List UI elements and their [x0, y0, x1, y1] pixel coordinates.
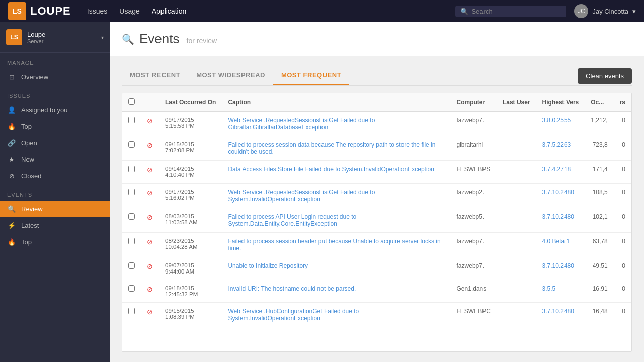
sidebar: LS Loupe Server ▾ MANAGE ⊡ Overview ISSU…: [0, 22, 110, 362]
tab-most-frequent[interactable]: MOST FREQUENT: [273, 66, 349, 85]
caption-link[interactable]: Failed to process session header put bec…: [228, 238, 440, 252]
version-link[interactable]: 3.7.10.2480: [542, 189, 574, 196]
version-link[interactable]: 3.7.5.2263: [542, 141, 571, 148]
caption-link[interactable]: Data Access Files.Store File Failed due …: [228, 166, 434, 173]
tab-most-widespread[interactable]: MOST WIDESPREAD: [188, 66, 273, 85]
tabs-bar: MOST RECENT MOST WIDESPREAD MOST FREQUEN…: [122, 66, 632, 86]
row-error-cell: ⊘: [141, 303, 159, 327]
row-computer: FESWEBPS: [451, 161, 497, 184]
search-input[interactable]: [471, 8, 561, 15]
tab-most-recent[interactable]: MOST RECENT: [122, 66, 188, 85]
caption-link[interactable]: Web Service .RequestedSessionsListGet Fa…: [228, 117, 375, 131]
user-menu[interactable]: JC Jay Cincotta ▾: [574, 4, 636, 18]
col-rs: rs: [614, 93, 631, 112]
row-checkbox[interactable]: [128, 189, 135, 195]
sidebar-item-open[interactable]: 🔗 Open: [0, 135, 110, 151]
row-rs: 0: [614, 257, 631, 280]
row-checkbox[interactable]: [128, 285, 135, 292]
col-caption: Caption: [222, 93, 450, 112]
top-nav: LS LOUPE Issues Usage Application 🔍 JC J…: [0, 0, 644, 22]
caption-link[interactable]: Invalid URI: The hostname could not be p…: [228, 285, 356, 292]
sidebar-item-top-issues[interactable]: 🔥 Top: [0, 118, 110, 135]
page-subtitle: for review: [187, 37, 217, 45]
events-table-container[interactable]: Last Occurred On Caption Computer Last U…: [122, 93, 632, 352]
search-icon: 🔍: [460, 8, 468, 15]
version-link[interactable]: 3.8.0.2555: [542, 117, 571, 124]
row-checkbox[interactable]: [128, 117, 135, 123]
logo[interactable]: LS LOUPE: [8, 2, 71, 20]
version-link[interactable]: 3.7.4.2718: [542, 166, 571, 173]
sidebar-item-assigned[interactable]: 👤 Assigned to you: [0, 102, 110, 118]
link-icon: 🔗: [7, 139, 16, 147]
table-row: ⊘ 09/17/20155:15:53 PM Web Service .Requ…: [122, 112, 631, 136]
main-body: MOST RECENT MOST WIDESPREAD MOST FREQUEN…: [110, 56, 644, 362]
row-checkbox[interactable]: [128, 262, 135, 269]
caption-link[interactable]: Unable to Initialize Repository: [228, 262, 308, 269]
version-link[interactable]: 3.5.5: [542, 285, 556, 292]
row-checkbox[interactable]: [128, 213, 135, 220]
row-checkbox[interactable]: [128, 166, 135, 172]
row-error-cell: ⊘: [141, 161, 159, 184]
flame-icon: 🔥: [7, 123, 16, 130]
row-rs: 0: [614, 233, 631, 257]
table-row: ⊘ 09/17/20155:16:02 PM Web Service .Requ…: [122, 184, 631, 208]
sidebar-item-review[interactable]: 🔍 Review: [0, 201, 110, 217]
row-checkbox-cell: [122, 184, 141, 208]
nav-usage[interactable]: Usage: [118, 5, 140, 17]
row-occ: 16,48: [585, 303, 613, 327]
version-link[interactable]: 4.0 Beta 1: [542, 238, 570, 245]
caption-link[interactable]: Web Service .RequestedSessionsListGet Fa…: [228, 189, 375, 203]
row-user: [497, 184, 536, 208]
nav-application[interactable]: Application: [151, 5, 188, 17]
events-table: Last Occurred On Caption Computer Last U…: [122, 93, 631, 327]
error-icon: ⊘: [147, 238, 153, 246]
row-user: [497, 303, 536, 327]
col-lastuser: Last User: [497, 93, 536, 112]
version-link[interactable]: 3.7.10.2480: [542, 213, 574, 220]
sidebar-item-latest[interactable]: ⚡ Latest: [0, 217, 110, 234]
row-user: [497, 233, 536, 257]
col-version: Highest Vers: [536, 93, 585, 112]
lightning-icon: ⚡: [7, 222, 16, 229]
search-icon: 🔍: [122, 33, 134, 45]
row-version: 4.0 Beta 1: [536, 233, 585, 257]
sidebar-item-top-events[interactable]: 🔥 Top: [0, 234, 110, 250]
caption-link[interactable]: Web Service .HubConfigurationGet Failed …: [228, 308, 359, 322]
row-computer: fazwebp5.: [451, 208, 497, 233]
person-icon: 👤: [7, 106, 16, 114]
row-caption: Web Service .RequestedSessionsListGet Fa…: [222, 184, 450, 208]
caption-link[interactable]: Failed to process API User Login request…: [228, 213, 356, 227]
row-checkbox-cell: [122, 161, 141, 184]
row-checkbox[interactable]: [128, 238, 135, 244]
logo-name: LOUPE: [30, 5, 71, 18]
sidebar-item-overview[interactable]: ⊡ Overview: [0, 69, 110, 85]
sidebar-item-closed[interactable]: ⊘ Closed: [0, 168, 110, 185]
clean-events-button[interactable]: Clean events: [578, 68, 632, 84]
row-checkbox[interactable]: [128, 141, 135, 148]
row-caption: Unable to Initialize Repository: [222, 257, 450, 280]
select-all-checkbox[interactable]: [128, 98, 135, 105]
row-rs: 0: [614, 136, 631, 161]
sidebar-item-label: Assigned to you: [21, 106, 68, 114]
row-user: [497, 136, 536, 161]
row-caption: Failed to process session header put bec…: [222, 233, 450, 257]
server-selector[interactable]: LS Loupe Server ▾: [0, 22, 110, 53]
row-date: 09/18/201512:45:32 PM: [159, 280, 222, 303]
events-tbody: ⊘ 09/17/20155:15:53 PM Web Service .Requ…: [122, 112, 631, 327]
search-box[interactable]: 🔍: [455, 6, 566, 17]
version-link[interactable]: 3.7.10.2480: [542, 262, 574, 269]
error-icon: ⊘: [147, 166, 153, 174]
caption-link[interactable]: Failed to process session data because T…: [228, 141, 435, 155]
row-caption: Data Access Files.Store File Failed due …: [222, 161, 450, 184]
row-occ: 16,91: [585, 280, 613, 303]
row-version: 3.7.10.2480: [536, 257, 585, 280]
nav-issues[interactable]: Issues: [86, 5, 108, 17]
row-checkbox[interactable]: [128, 308, 135, 314]
version-link[interactable]: 3.7.10.2480: [542, 308, 574, 315]
row-error-cell: ⊘: [141, 184, 159, 208]
row-version: 3.5.5: [536, 280, 585, 303]
row-rs: 0: [614, 208, 631, 233]
row-version: 3.7.10.2480: [536, 208, 585, 233]
sidebar-item-new[interactable]: ★ New: [0, 151, 110, 168]
row-checkbox-cell: [122, 303, 141, 327]
